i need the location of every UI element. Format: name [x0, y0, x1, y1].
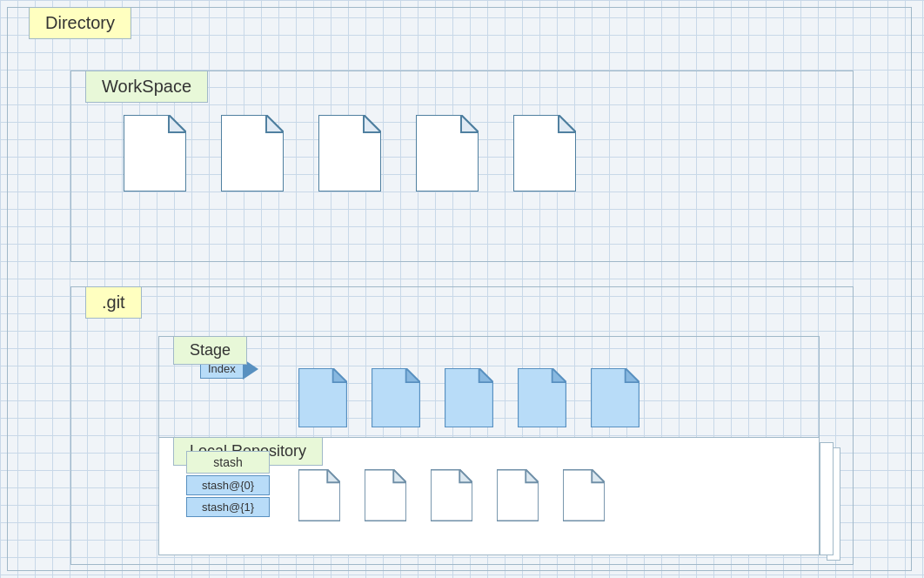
repo-shadow-1: [820, 442, 834, 555]
stash-label: stash: [186, 451, 270, 474]
stash-item-1: stash@{1}: [186, 497, 270, 517]
stash-item-0: stash@{0}: [186, 475, 270, 495]
local-repo-file-5: [563, 469, 605, 521]
local-repo-file-1: [298, 469, 340, 521]
stage-label: Stage: [173, 336, 247, 365]
workspace-section: WorkSpace: [70, 71, 854, 262]
stage-file-1: [298, 368, 347, 427]
stage-files: [298, 368, 639, 427]
workspace-file-1: [124, 115, 186, 192]
workspace-label: WorkSpace: [85, 71, 208, 103]
workspace-file-5: [513, 115, 576, 192]
local-repo-file-3: [431, 469, 472, 521]
stage-file-3: [445, 368, 493, 427]
local-repo-files: [298, 469, 605, 521]
workspace-file-3: [318, 115, 381, 192]
git-label: .git: [85, 286, 142, 319]
local-repo-file-2: [365, 469, 406, 521]
workspace-files: [124, 115, 576, 192]
stage-file-4: [518, 368, 566, 427]
outer-container: Directory WorkSpace .git Index: [7, 7, 912, 571]
workspace-file-2: [221, 115, 284, 192]
stage-section: Stage: [158, 336, 820, 440]
directory-label: Directory: [29, 7, 131, 39]
stash-box: stash stash@{0} stash@{1}: [186, 451, 270, 517]
stage-file-5: [591, 368, 639, 427]
stage-file-2: [372, 368, 420, 427]
local-repo-file-4: [497, 469, 539, 521]
workspace-file-4: [416, 115, 479, 192]
git-section: .git Index Stage: [70, 286, 854, 565]
